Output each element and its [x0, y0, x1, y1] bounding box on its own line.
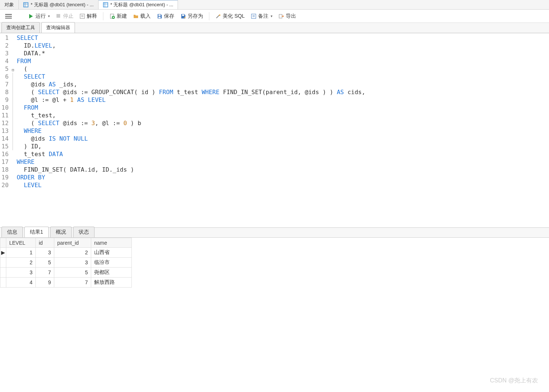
save-as-button[interactable]: 另存为	[178, 11, 205, 21]
top-tab-bar: 对象 * 无标题 @db01 (tencent) - ... * 无标题 @db…	[0, 0, 549, 10]
table-cell[interactable]: 9	[36, 278, 54, 288]
column-header[interactable]: LEVEL	[6, 238, 36, 248]
new-button[interactable]: 新建	[107, 11, 129, 21]
remark-label: 备注	[258, 13, 268, 20]
table-cell[interactable]: 7	[36, 268, 54, 278]
svg-rect-0	[24, 3, 28, 7]
svg-rect-16	[158, 17, 161, 18]
table-cell[interactable]: 3	[54, 258, 91, 268]
watermark: CSDN @尧上有农	[490, 377, 538, 385]
tab-query-1[interactable]: * 无标题 @db01 (tencent) - ...	[19, 0, 99, 9]
tab-profile[interactable]: 概况	[50, 227, 72, 237]
save-icon	[157, 13, 162, 19]
row-pointer-icon	[0, 258, 6, 268]
fold-column: ⊟	[11, 34, 17, 225]
svg-rect-3	[103, 3, 108, 7]
result-table[interactable]: LEVELidparent_idname▶132山西省253临汾市375尧都区4…	[0, 238, 132, 288]
note-icon	[251, 13, 257, 19]
beautify-label: 美化 SQL	[223, 13, 245, 20]
tab-info[interactable]: 信息	[1, 227, 23, 237]
new-icon	[109, 13, 115, 19]
table-cell[interactable]: 4	[6, 278, 36, 288]
table-row[interactable]: ▶132山西省	[0, 248, 132, 258]
table-cell[interactable]: 解放西路	[91, 278, 132, 288]
separator	[103, 12, 103, 20]
table-cell[interactable]: 1	[6, 248, 36, 258]
tab-label: * 无标题 @db01 (tencent) - ...	[31, 1, 94, 8]
wand-icon	[215, 13, 221, 19]
svg-rect-20	[251, 14, 256, 18]
separator	[209, 12, 209, 20]
explain-button[interactable]: 解释	[77, 11, 99, 21]
export-icon	[278, 13, 284, 19]
column-header[interactable]: id	[36, 238, 54, 248]
line-number-gutter: 1234567891011121314151617181920	[0, 34, 11, 225]
run-label: 运行	[35, 13, 46, 20]
result-tab-bar: 信息 结果1 概况 状态	[0, 227, 549, 238]
sql-editor[interactable]: 1234567891011121314151617181920 ⊟ SELECT…	[0, 33, 549, 225]
row-pointer-icon: ▶	[0, 248, 6, 258]
editor-tab-bar: 查询创建工具 查询编辑器	[0, 23, 549, 33]
chevron-down-icon: ▾	[271, 14, 272, 18]
tab-label: 对象	[4, 1, 14, 8]
query-icon	[23, 2, 28, 7]
svg-rect-7	[56, 14, 60, 18]
table-cell[interactable]: 2	[54, 248, 91, 258]
tab-query-2[interactable]: * 无标题 @db01 (tencent) - ...	[99, 0, 178, 9]
explain-icon	[79, 13, 85, 19]
tab-result1[interactable]: 结果1	[24, 227, 49, 237]
svg-rect-15	[158, 14, 161, 16]
stop-button[interactable]: 停止	[54, 11, 76, 21]
tab-label: * 无标题 @db01 (tencent) - ...	[110, 1, 174, 8]
menu-icon[interactable]	[3, 12, 14, 21]
code-area[interactable]: SELECT ID.LEVEL, DATA.*FROM ( SELECT @id…	[17, 34, 365, 225]
query-icon	[103, 2, 108, 7]
svg-marker-6	[29, 14, 33, 18]
svg-rect-23	[279, 14, 282, 18]
explain-label: 解释	[87, 13, 97, 20]
table-cell[interactable]: 3	[6, 268, 36, 278]
folder-icon	[133, 13, 139, 19]
table-row[interactable]: 497解放西路	[0, 278, 132, 288]
row-pointer-icon	[0, 278, 6, 288]
export-label: 导出	[286, 13, 296, 20]
table-cell[interactable]: 5	[54, 268, 91, 278]
toolbar: 运行 ▾ 停止 解释 新建 载入 保存 另存为	[0, 10, 549, 23]
beautify-button[interactable]: 美化 SQL	[213, 11, 247, 21]
play-icon	[28, 13, 34, 19]
run-button[interactable]: 运行 ▾	[26, 11, 52, 21]
row-pointer-icon	[0, 268, 6, 278]
svg-line-19	[216, 15, 219, 18]
load-label: 载入	[140, 13, 151, 20]
chevron-down-icon: ▾	[48, 14, 50, 18]
export-button[interactable]: 导出	[276, 11, 298, 21]
save-as-icon	[180, 13, 186, 19]
tab-query-editor[interactable]: 查询编辑器	[41, 22, 75, 33]
table-cell[interactable]: 山西省	[91, 248, 132, 258]
load-button[interactable]: 载入	[131, 11, 153, 21]
save-as-label: 另存为	[188, 13, 203, 20]
table-cell[interactable]: 3	[36, 248, 54, 258]
stop-icon	[56, 13, 62, 19]
save-label: 保存	[164, 13, 174, 20]
svg-rect-17	[182, 14, 184, 16]
tab-status[interactable]: 状态	[73, 227, 95, 237]
column-header[interactable]: name	[91, 238, 132, 248]
table-cell[interactable]: 5	[36, 258, 54, 268]
tab-objects[interactable]: 对象	[0, 0, 19, 9]
remark-button[interactable]: 备注 ▾	[248, 11, 275, 21]
tab-query-builder[interactable]: 查询创建工具	[1, 22, 40, 33]
new-label: 新建	[117, 13, 127, 20]
stop-label: 停止	[63, 13, 73, 20]
column-header[interactable]: parent_id	[54, 238, 91, 248]
table-cell[interactable]: 尧都区	[91, 268, 132, 278]
table-cell[interactable]: 7	[54, 278, 91, 288]
table-cell[interactable]: 临汾市	[91, 258, 132, 268]
fold-toggle-icon[interactable]: ⊟	[11, 66, 15, 74]
svg-rect-8	[80, 14, 85, 18]
table-cell[interactable]: 2	[6, 258, 36, 268]
save-button[interactable]: 保存	[154, 11, 176, 21]
table-row[interactable]: 375尧都区	[0, 268, 132, 278]
table-row[interactable]: 253临汾市	[0, 258, 132, 268]
